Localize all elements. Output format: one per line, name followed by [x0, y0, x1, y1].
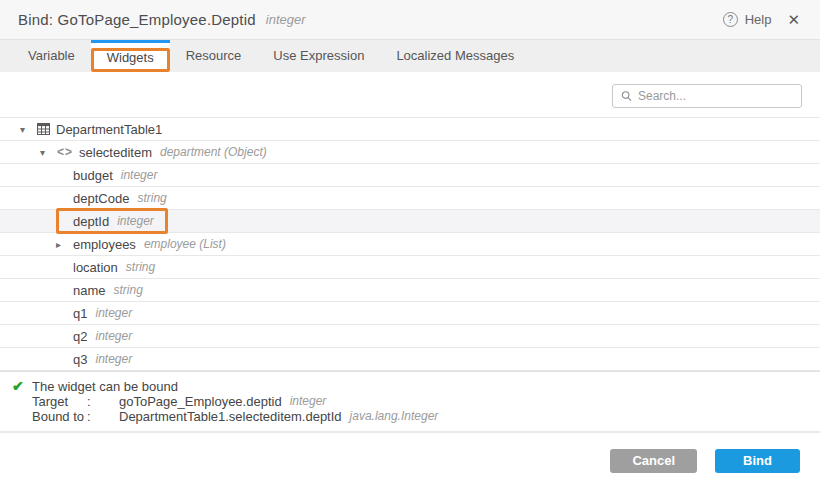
help-button[interactable]: ? Help	[723, 12, 772, 27]
status-message: The widget can be bound	[32, 379, 178, 394]
search-row	[0, 72, 820, 117]
tree-node-type: department (Object)	[160, 145, 267, 159]
tree-node-label: q3	[73, 352, 87, 367]
tree-row-q3[interactable]: q3 integer	[0, 348, 820, 371]
tree-node-type: integer	[95, 352, 132, 366]
status-boundto-label: Bound to	[32, 409, 87, 424]
tree-node-type: integer	[117, 214, 154, 228]
help-label: Help	[745, 12, 772, 27]
tab-widgets-label: Widgets	[107, 50, 154, 65]
tree-node-type: employee (List)	[144, 237, 226, 251]
tab-localized-messages[interactable]: Localized Messages	[380, 40, 530, 72]
tree-row-q2[interactable]: q2 integer	[0, 325, 820, 348]
tree-row-deptid[interactable]: deptId integer	[0, 210, 820, 233]
tree-row-selecteditem[interactable]: ▾ <> selecteditem department (Object)	[0, 141, 820, 164]
tree-node-label: deptCode	[73, 191, 129, 206]
tree-node-label: budget	[73, 168, 113, 183]
search-icon	[621, 90, 632, 102]
widget-tree: ▾ DepartmentTable1 ▾ <> selecteditem dep…	[0, 117, 820, 371]
tree-node-label: employees	[73, 237, 136, 252]
status-target-value: goToPage_Employee.deptid	[119, 394, 282, 409]
colon-separator: :	[87, 409, 119, 424]
bind-dialog: Bind: GoToPage_Employee.Deptid integer ?…	[0, 0, 820, 487]
close-icon[interactable]: ✕	[785, 11, 802, 29]
object-icon: <>	[57, 145, 73, 159]
tree-node-type: string	[114, 283, 143, 297]
tab-bar: Variable Widgets Resource Use Expression…	[0, 40, 820, 72]
tree-node-type: integer	[95, 329, 132, 343]
dialog-title-type: integer	[266, 12, 306, 27]
tree-node-label: q2	[73, 329, 87, 344]
status-boundto-value: DepartmentTable1.selecteditem.deptId	[119, 409, 342, 424]
caret-down-icon[interactable]: ▾	[36, 147, 49, 158]
tree-row-departmenttable1[interactable]: ▾ DepartmentTable1	[0, 118, 820, 141]
tree-node-type: integer	[121, 168, 158, 182]
tree-node-label: name	[73, 283, 106, 298]
status-target-label: Target	[32, 394, 87, 409]
tree-row-location[interactable]: location string	[0, 256, 820, 279]
bind-status-panel: ✔ The widget can be bound Target : goToP…	[0, 371, 820, 431]
tree-row-budget[interactable]: budget integer	[0, 164, 820, 187]
tree-row-deptcode[interactable]: deptCode string	[0, 187, 820, 210]
tree-node-type: string	[126, 260, 155, 274]
colon-separator: :	[87, 394, 119, 409]
tree-node-label: DepartmentTable1	[56, 122, 162, 137]
tab-widgets[interactable]: Widgets	[91, 40, 170, 72]
search-input[interactable]	[638, 89, 793, 103]
help-icon: ?	[723, 12, 738, 27]
tab-resource[interactable]: Resource	[170, 40, 258, 72]
success-check-icon: ✔	[12, 379, 32, 394]
dialog-footer: Cancel Bind	[0, 431, 820, 487]
tab-variable[interactable]: Variable	[12, 40, 91, 72]
tree-row-q1[interactable]: q1 integer	[0, 302, 820, 325]
caret-right-icon[interactable]: ▸	[52, 239, 65, 250]
search-box[interactable]	[612, 84, 802, 108]
cancel-button[interactable]: Cancel	[610, 449, 697, 473]
tab-use-expression[interactable]: Use Expression	[257, 40, 380, 72]
tree-node-type: integer	[95, 306, 132, 320]
tree-node-label: selecteditem	[79, 145, 152, 160]
tree-row-employees[interactable]: ▸ employees employee (List)	[0, 233, 820, 256]
table-icon	[37, 123, 50, 135]
status-target-row: Target : goToPage_Employee.deptid intege…	[12, 394, 820, 409]
dialog-header: Bind: GoToPage_Employee.Deptid integer ?…	[0, 0, 820, 40]
status-target-type: integer	[290, 394, 327, 409]
caret-down-icon[interactable]: ▾	[16, 124, 29, 135]
tree-row-name[interactable]: name string	[0, 279, 820, 302]
tree-node-label: q1	[73, 306, 87, 321]
dialog-title: Bind: GoToPage_Employee.Deptid	[18, 11, 256, 28]
status-boundto-type: java.lang.Integer	[350, 409, 439, 424]
status-boundto-row: Bound to : DepartmentTable1.selecteditem…	[12, 409, 820, 424]
bind-button[interactable]: Bind	[715, 449, 800, 473]
tree-node-label: deptId	[73, 214, 109, 229]
tree-node-type: string	[137, 191, 166, 205]
tree-node-label: location	[73, 260, 118, 275]
